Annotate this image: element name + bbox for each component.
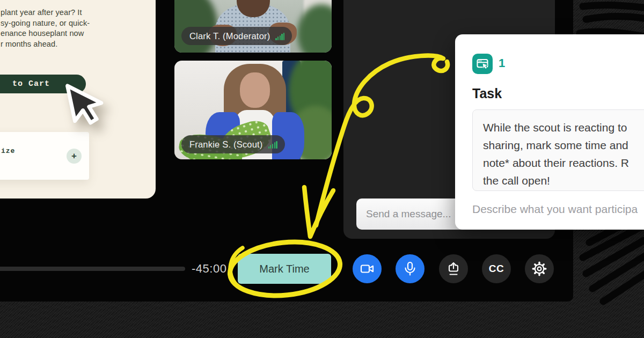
session-progress-bar[interactable] bbox=[0, 267, 185, 271]
share-screen-button[interactable] bbox=[439, 254, 468, 283]
settings-gear-icon bbox=[531, 261, 547, 277]
add-to-cart-label: to Cart bbox=[12, 79, 50, 89]
microphone-toggle-button[interactable] bbox=[396, 254, 425, 283]
signal-strength-icon bbox=[268, 141, 277, 149]
mark-time-button[interactable]: Mark Time bbox=[238, 254, 331, 284]
participant-name: Clark T. (Moderator) bbox=[189, 31, 270, 41]
camera-icon bbox=[359, 261, 375, 276]
product-name: ize bbox=[1, 147, 15, 155]
camera-toggle-button[interactable] bbox=[353, 254, 382, 283]
task-icon bbox=[472, 54, 493, 74]
participant-name-pill: Frankie S. (Scout) bbox=[181, 135, 285, 153]
participant-name: Frankie S. (Scout) bbox=[189, 139, 263, 150]
share-screen-icon bbox=[446, 262, 461, 276]
task-body-textarea[interactable]: While the scout is reacting to sharing, … bbox=[472, 109, 644, 191]
product-description: plant year after year? It sy-going natur… bbox=[1, 8, 90, 49]
marketing-canvas: plant year after year? It sy-going natur… bbox=[0, 0, 644, 338]
task-card: 1 Task While the scout is reacting to sh… bbox=[455, 34, 644, 230]
add-item-button[interactable]: + bbox=[67, 149, 82, 164]
product-card: ize + bbox=[0, 132, 89, 180]
task-description-input[interactable]: Describe what you want participa bbox=[472, 203, 638, 216]
time-remaining: -45:00 bbox=[192, 262, 230, 276]
video-tile-moderator: Clark T. (Moderator) bbox=[174, 0, 332, 53]
prototype-shop-panel: plant year after year? It sy-going natur… bbox=[0, 0, 156, 199]
signal-strength-icon bbox=[275, 32, 284, 40]
microphone-icon bbox=[402, 261, 418, 277]
participant-name-pill: Clark T. (Moderator) bbox=[181, 27, 292, 45]
task-step-number: 1 bbox=[499, 56, 505, 70]
cc-label: CC bbox=[489, 263, 504, 275]
captions-button[interactable]: CC bbox=[482, 254, 511, 283]
video-tile-scout: Frankie S. (Scout) bbox=[174, 61, 332, 159]
task-title: Task bbox=[472, 86, 502, 101]
plus-icon: + bbox=[71, 151, 77, 161]
face bbox=[240, 72, 270, 108]
settings-button[interactable] bbox=[525, 254, 554, 283]
mouse-cursor-icon bbox=[63, 80, 105, 127]
